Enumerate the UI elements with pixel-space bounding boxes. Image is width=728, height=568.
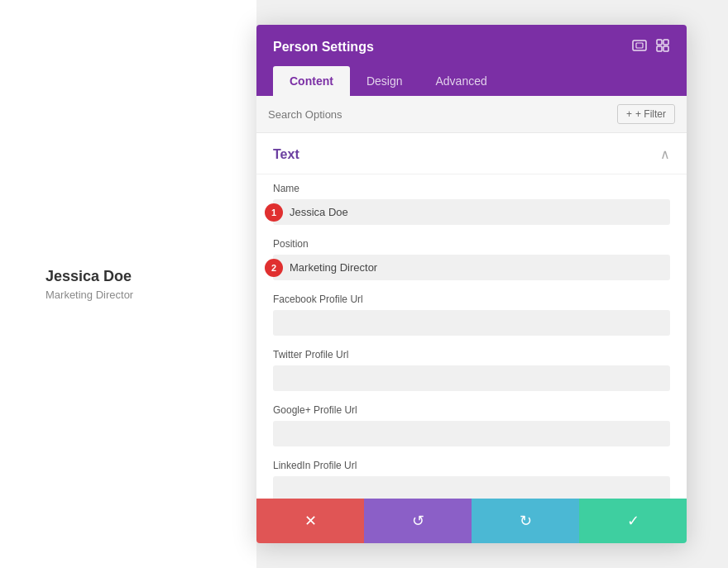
person-settings-panel: Person Settings: [256, 25, 687, 543]
redo-icon: ↻: [520, 512, 532, 530]
field-group-name: Name1: [273, 183, 670, 225]
panel-title: Person Settings: [273, 40, 374, 55]
search-bar: + + Filter: [256, 96, 687, 133]
field-input-wrapper-position: 2: [273, 255, 670, 280]
section-title: Text: [273, 147, 299, 162]
field-input-google[interactable]: [273, 421, 670, 446]
panel-footer: ✕ ↺ ↻ ✓: [256, 499, 687, 543]
field-badge-name: 1: [265, 203, 283, 222]
field-input-wrapper-twitter: [273, 365, 670, 391]
panel-title-row: Person Settings: [273, 38, 670, 56]
field-input-name[interactable]: [273, 199, 670, 225]
field-input-twitter[interactable]: [273, 365, 670, 391]
svg-rect-0: [633, 41, 646, 50]
preview-name: Jessica Doe: [46, 268, 132, 285]
field-input-wrapper-google: [273, 421, 670, 446]
cancel-button[interactable]: ✕: [256, 499, 364, 543]
filter-plus-icon: +: [626, 108, 632, 120]
svg-rect-1: [636, 43, 643, 48]
field-group-facebook: Facebook Profile Url: [273, 294, 670, 336]
field-label-google: Google+ Profile Url: [273, 404, 670, 416]
section-header: Text ∧: [256, 133, 687, 174]
filter-label: + Filter: [635, 108, 666, 120]
field-group-linkedin: LinkedIn Profile Url: [273, 460, 670, 499]
preview-area: Jessica Doe Marketing Director: [0, 0, 256, 568]
grid-icon-button[interactable]: [655, 38, 670, 56]
field-input-wrapper-facebook: [273, 310, 670, 336]
tab-design[interactable]: Design: [350, 66, 419, 96]
field-label-linkedin: LinkedIn Profile Url: [273, 460, 670, 471]
tab-advanced[interactable]: Advanced: [419, 66, 503, 96]
panel-content: Text ∧ Name1Position2Facebook Profile Ur…: [256, 133, 687, 499]
field-input-linkedin[interactable]: [273, 476, 670, 499]
search-input[interactable]: [268, 108, 516, 121]
field-input-facebook[interactable]: [273, 310, 670, 336]
field-label-facebook: Facebook Profile Url: [273, 294, 670, 305]
redo-button[interactable]: ↻: [472, 499, 579, 543]
svg-rect-5: [663, 46, 668, 51]
field-group-google: Google+ Profile Url: [273, 404, 670, 446]
cancel-icon: ✕: [304, 512, 317, 530]
fields-area: Name1Position2Facebook Profile UrlTwitte…: [256, 174, 687, 499]
preview-position: Marketing Director: [46, 289, 133, 301]
field-label-name: Name: [273, 183, 670, 194]
field-label-twitter: Twitter Profile Url: [273, 349, 670, 360]
tab-content[interactable]: Content: [273, 66, 350, 96]
filter-button[interactable]: + + Filter: [617, 104, 675, 124]
field-input-wrapper-name: 1: [273, 199, 670, 225]
field-group-twitter: Twitter Profile Url: [273, 349, 670, 391]
undo-icon: ↺: [412, 512, 424, 530]
field-input-wrapper-linkedin: [273, 476, 670, 499]
panel-icons: [632, 38, 670, 56]
responsive-icon-button[interactable]: [632, 38, 647, 56]
field-group-position: Position2: [273, 238, 670, 280]
svg-rect-4: [657, 46, 662, 51]
section-toggle-icon[interactable]: ∧: [660, 146, 670, 162]
save-icon: ✓: [627, 512, 639, 530]
text-section: Text ∧ Name1Position2Facebook Profile Ur…: [256, 133, 687, 499]
field-badge-position: 2: [265, 259, 283, 277]
tabs: Content Design Advanced: [273, 66, 670, 96]
svg-rect-2: [657, 40, 662, 45]
field-input-position[interactable]: [273, 255, 670, 280]
field-label-position: Position: [273, 238, 670, 250]
save-button[interactable]: ✓: [579, 499, 687, 543]
undo-button[interactable]: ↺: [364, 499, 472, 543]
svg-rect-3: [663, 40, 668, 45]
panel-header: Person Settings: [256, 25, 687, 96]
